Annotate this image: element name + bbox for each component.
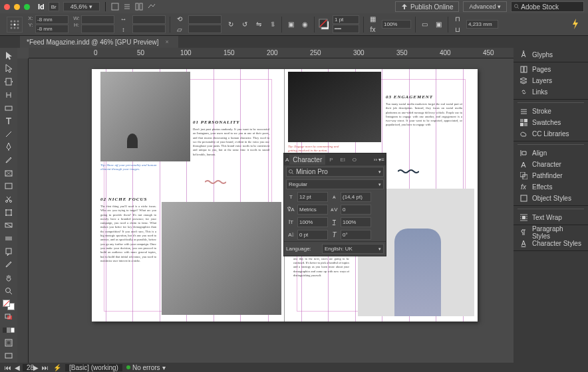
gradient-feather-tool[interactable] <box>1 232 16 245</box>
select-container-icon[interactable]: ▣ <box>286 19 296 29</box>
scale-y-icon[interactable]: ↕ <box>118 25 128 35</box>
reference-point[interactable] <box>7 17 23 33</box>
opacity-field[interactable]: 100% <box>382 20 411 29</box>
view-mode-normal[interactable] <box>1 337 16 350</box>
h-field[interactable] <box>81 25 114 33</box>
text-wrap-none-icon[interactable]: ▭ <box>420 19 430 29</box>
panel-paragraph-styles[interactable]: Paragraph Styles <box>514 227 588 238</box>
screen-mode-icon[interactable] <box>1 349 16 363</box>
panel-swatches[interactable]: Swatches <box>514 117 588 128</box>
image-mountain-figure[interactable] <box>100 72 190 161</box>
language-dropdown[interactable]: English: UK <box>322 244 384 254</box>
body-engagement[interactable]: Too many social media marketers forget t… <box>386 102 462 141</box>
pencil-tool[interactable] <box>1 153 16 167</box>
character-panel[interactable]: A Character P El O ›› ▾≡ Minion Pro Regu… <box>283 153 386 256</box>
body-niche[interactable]: The first thing you'll need is a niche f… <box>100 205 156 311</box>
select-content-icon[interactable]: ◉ <box>300 19 310 29</box>
zoom-tool[interactable] <box>1 284 16 298</box>
gpu-icon[interactable] <box>147 3 156 11</box>
scale-x-icon[interactable]: ↔ <box>118 14 128 24</box>
y-field[interactable]: -8 mm <box>35 25 69 33</box>
arrange-icon[interactable] <box>135 3 143 11</box>
minimize-window[interactable] <box>14 4 20 10</box>
stroke-weight-field[interactable]: 1 pt <box>333 15 359 24</box>
heading-engagement[interactable]: 03 ENGAGEMENT <box>386 94 433 100</box>
close-tab-icon[interactable]: × <box>166 39 169 45</box>
scale-x-field[interactable] <box>132 15 166 24</box>
baseline-field[interactable]: 0 pt <box>297 230 328 240</box>
line-tool[interactable] <box>1 128 16 141</box>
heading-niche[interactable]: 02 NICHE FOCUS <box>100 197 147 202</box>
flip-h-icon[interactable]: ⇋ <box>253 19 263 29</box>
scissors-tool[interactable] <box>1 193 16 206</box>
rotate-90-ccw[interactable]: ↺ <box>239 19 249 29</box>
panel-stroke[interactable]: Stroke <box>514 106 588 117</box>
font-family-dropdown[interactable]: Minion Pro <box>286 167 384 177</box>
image-hands-phone[interactable] <box>288 72 381 142</box>
stroke-fill-icon[interactable] <box>319 19 329 29</box>
quick-apply-icon[interactable] <box>572 19 581 31</box>
panel-text-wrap[interactable]: Text Wrap <box>514 212 588 223</box>
content-collector-tool[interactable] <box>1 102 16 115</box>
format-container-icon[interactable] <box>1 310 16 324</box>
preflight-status[interactable]: No errors▾ <box>126 364 166 371</box>
x-field[interactable]: -8 mm <box>35 15 69 24</box>
pasteboard[interactable]: Tip: Show off your personality and human… <box>29 58 514 363</box>
corner-field[interactable]: 4,233 mm <box>466 20 498 29</box>
selection-tool[interactable] <box>1 49 16 62</box>
panel-pages[interactable]: Pages <box>514 64 588 75</box>
panel-tab-el[interactable]: El <box>337 155 349 164</box>
panel-tab-p[interactable]: P <box>326 155 336 164</box>
rotate-icon[interactable]: ⟲ <box>174 14 184 24</box>
font-size-field[interactable]: 12 pt <box>297 192 328 202</box>
panel-glyphs[interactable]: ÅGlyphs <box>514 49 588 60</box>
panel-character[interactable]: ACharacter <box>514 159 588 170</box>
tracking-field[interactable]: 0 <box>341 205 371 215</box>
rotate-field[interactable] <box>188 15 221 24</box>
leading-field[interactable]: (14,4 pt) <box>341 192 371 202</box>
stroke-style-field[interactable]: ━━ <box>333 25 359 33</box>
panel-align[interactable]: Align <box>514 147 588 159</box>
kerning-field[interactable]: Metrics <box>297 205 328 215</box>
gap-tool[interactable] <box>1 88 16 102</box>
skew-field[interactable]: 0° <box>341 230 371 240</box>
view-options-icon[interactable] <box>123 3 131 11</box>
caption-engage[interactable]: Tip: Engage more by commenting and getti… <box>288 145 345 153</box>
panel-more-icon[interactable]: ›› ▾≡ <box>374 157 384 163</box>
document-tab[interactable]: *Feed Magazine.indd @ 46% [GPU Preview]× <box>20 36 178 48</box>
rectangle-frame-tool[interactable] <box>1 167 16 180</box>
rectangle-tool[interactable] <box>1 180 16 193</box>
panel-tab-o[interactable]: O <box>349 155 360 164</box>
eyedropper-tool[interactable] <box>1 258 16 272</box>
panel-character-styles[interactable]: ACharacter Styles <box>514 238 588 249</box>
free-transform-tool[interactable] <box>1 206 16 219</box>
page-field[interactable]: 28 <box>23 364 31 371</box>
vertical-ruler[interactable] <box>17 58 29 363</box>
view-mode-icon[interactable] <box>111 3 119 11</box>
page-nav[interactable]: ⏮◀28▶⏭ <box>4 364 49 371</box>
effects-icon[interactable]: fx <box>368 25 378 35</box>
font-style-dropdown[interactable]: Regular <box>286 179 384 189</box>
vscale-field[interactable]: 100% <box>297 217 328 227</box>
direct-selection-tool[interactable] <box>1 62 16 76</box>
shear-icon[interactable]: ▱ <box>174 25 184 35</box>
w-field[interactable] <box>81 15 114 24</box>
bridge-button[interactable]: Br <box>49 2 59 11</box>
caption-text[interactable]: Tip: Show off your personality and human… <box>100 163 157 171</box>
close-window[interactable] <box>4 4 10 10</box>
rotate-90-cw[interactable]: ↻ <box>225 19 235 29</box>
apply-color-icon[interactable] <box>1 324 16 337</box>
horizontal-ruler[interactable]: 0 50 100 150 200 250 300 350 400 450 <box>29 48 514 58</box>
text-wrap-bbox-icon[interactable]: ▣ <box>434 19 444 29</box>
scale-y-field[interactable] <box>132 25 166 33</box>
character-tab[interactable]: Character <box>289 155 325 165</box>
page-tool[interactable] <box>1 75 16 88</box>
image-road-bridge[interactable] <box>162 202 281 315</box>
flip-v-icon[interactable]: ⥮ <box>267 19 277 29</box>
body-personality[interactable]: Don't just post photos randomly. If you … <box>193 128 269 157</box>
document-canvas[interactable]: 0 50 100 150 200 250 300 350 400 450 Tip… <box>17 48 514 363</box>
heading-personality[interactable]: 01 PERSONALITY <box>193 120 240 125</box>
type-tool[interactable] <box>1 114 16 128</box>
pen-tool[interactable] <box>1 141 16 154</box>
advanced-workspace[interactable]: Advanced ▾ <box>463 1 507 12</box>
